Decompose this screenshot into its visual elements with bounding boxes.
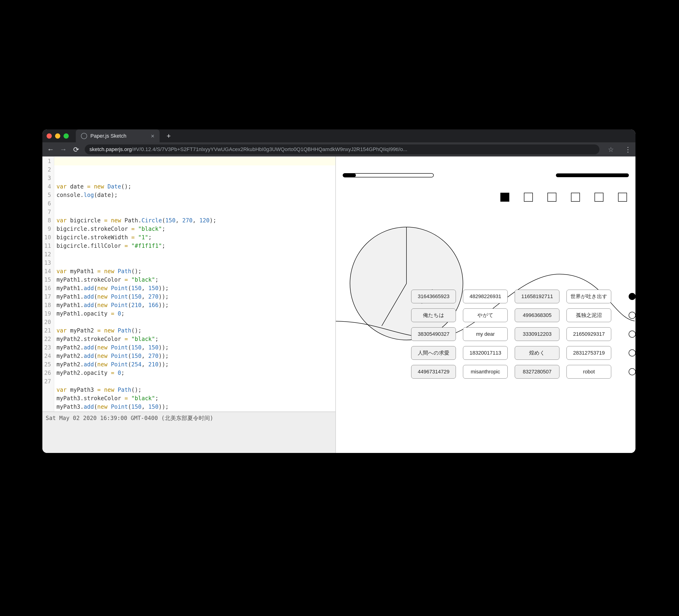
code-line[interactable]: myPath2.opacity = 0;	[57, 369, 333, 377]
code-line[interactable]: myPath3.strokeColor = "black";	[57, 394, 333, 402]
progress-bar-track	[343, 173, 433, 177]
code-line[interactable]: myPath1.strokeColor = "black";	[57, 275, 333, 284]
nav-square[interactable]	[595, 193, 603, 201]
code-line[interactable]: var date = new Date();	[57, 182, 333, 191]
code-line[interactable]	[57, 318, 333, 326]
line-number: 19	[44, 310, 51, 318]
code-line[interactable]: myPath3.add(new Point(150, 150));	[57, 402, 333, 411]
grid-cell[interactable]: 俺たちは	[411, 309, 456, 322]
window-maximize-button[interactable]	[64, 133, 69, 138]
grid-cell[interactable]: 8327280507	[515, 365, 559, 379]
back-button[interactable]: ←	[46, 145, 55, 154]
nav-squares	[500, 193, 635, 201]
line-number: 10	[44, 233, 51, 241]
row-indicator-circle[interactable]	[628, 293, 636, 300]
line-number: 14	[44, 267, 51, 275]
line-number: 25	[44, 360, 51, 369]
code-line[interactable]: bigcircle.strokeColor = "black";	[57, 225, 333, 233]
nav-square[interactable]	[524, 193, 532, 201]
console-output: Sat May 02 2020 16:39:00 GMT-0400 (北美东部夏…	[46, 415, 213, 421]
new-tab-button[interactable]: +	[167, 132, 171, 139]
code-line[interactable]: myPath2.strokeColor = "black";	[57, 335, 333, 343]
code-line[interactable]: myPath1.opacity = 0;	[57, 310, 333, 318]
grid-cell[interactable]: 48298226931	[463, 290, 508, 303]
line-number: 24	[44, 352, 51, 360]
grid-cell[interactable]: 38305490327	[411, 327, 456, 341]
code-line[interactable]	[57, 208, 333, 216]
code-line[interactable]: myPath2.add(new Point(150, 150));	[57, 343, 333, 352]
browser-menu-icon[interactable]: ⋮	[625, 145, 631, 154]
grid-cell[interactable]: misanthropic	[463, 365, 508, 379]
grid-cell[interactable]: 11658192711	[515, 290, 559, 303]
row-indicator-circle[interactable]	[628, 331, 636, 338]
window-minimize-button[interactable]	[55, 133, 60, 138]
line-number: 3	[44, 174, 51, 182]
line-number: 6	[44, 199, 51, 208]
code-editor[interactable]: 1234567891011121314151617181920212223242…	[42, 157, 335, 412]
line-number: 9	[44, 225, 51, 233]
code-line[interactable]: myPath2.add(new Point(254, 210));	[57, 360, 333, 369]
line-number: 4	[44, 182, 51, 191]
address-bar[interactable]: sketch.paperjs.org/#V/0.12.4/S/7V3Pb+S2F…	[85, 144, 600, 154]
line-number: 22	[44, 335, 51, 343]
browser-tab[interactable]: Paper.js Sketch ×	[76, 129, 160, 142]
code-line[interactable]: var myPath1 = new Path();	[57, 267, 333, 275]
line-number: 12	[44, 250, 51, 259]
grid-cell[interactable]: 4996368305	[515, 309, 559, 322]
line-number: 13	[44, 259, 51, 267]
nav-square[interactable]	[548, 193, 556, 201]
line-number: 27	[44, 377, 51, 386]
grid-cell[interactable]: robot	[567, 365, 611, 379]
line-number: 16	[44, 284, 51, 292]
bookmark-star-icon[interactable]: ☆	[608, 145, 614, 154]
reload-button[interactable]: ⟳	[72, 145, 80, 154]
grid-cell[interactable]: 人間への求愛	[411, 346, 456, 360]
code-line[interactable]: var myPath2 = new Path();	[57, 326, 333, 335]
code-line[interactable]	[57, 259, 333, 267]
code-line[interactable]	[57, 377, 333, 386]
row-indicator-circle[interactable]	[628, 349, 636, 356]
code-area[interactable]: var date = new Date();console.log(date);…	[54, 157, 335, 412]
line-number: 18	[44, 301, 51, 310]
nav-square[interactable]	[571, 193, 580, 201]
grid-cell[interactable]: 21650929317	[567, 327, 611, 341]
grid-cell[interactable]: 世界が吐き出す	[567, 290, 611, 303]
window-controls	[46, 133, 69, 138]
code-line[interactable]	[57, 199, 333, 208]
button-grid: 316436659234829822693111658192711世界が吐き出す…	[411, 290, 636, 379]
grid-cell[interactable]: my dear	[463, 327, 508, 341]
code-line[interactable]: var bigcircle = new Path.Circle(150, 270…	[57, 216, 333, 225]
browser-window: Paper.js Sketch × + ← → ⟳ sketch.paperjs…	[42, 129, 636, 453]
row-indicator-circle[interactable]	[628, 312, 636, 319]
code-line[interactable]: myPath1.add(new Point(210, 166));	[57, 301, 333, 310]
nav-square[interactable]	[618, 193, 627, 201]
grid-row: 316436659234829822693111658192711世界が吐き出す	[411, 290, 636, 303]
grid-cell[interactable]: やがて	[463, 309, 508, 322]
canvas-pane: 316436659234829822693111658192711世界が吐き出す…	[336, 157, 636, 453]
nav-square[interactable]	[500, 193, 509, 201]
console-panel[interactable]: Sat May 02 2020 16:39:00 GMT-0400 (北美东部夏…	[42, 412, 335, 453]
code-line[interactable]: var myPath3 = new Path();	[57, 386, 333, 394]
window-close-button[interactable]	[46, 133, 52, 138]
code-line[interactable]: console.log(date);	[57, 191, 333, 199]
code-line[interactable]: myPath2.add(new Point(150, 270));	[57, 352, 333, 360]
code-line[interactable]: bigcircle.fillColor = "#f1f1f1";	[57, 241, 333, 250]
tab-close-icon[interactable]: ×	[151, 133, 154, 139]
browser-toolbar: ← → ⟳ sketch.paperjs.org/#V/0.12.4/S/7V3…	[42, 142, 636, 157]
row-indicator-circle[interactable]	[628, 368, 636, 375]
code-line[interactable]: myPath1.add(new Point(150, 270));	[57, 292, 333, 301]
grid-cell[interactable]: 31643665923	[411, 290, 456, 303]
code-line[interactable]	[57, 250, 333, 259]
grid-cell[interactable]: 44967314729	[411, 365, 456, 379]
grid-row: 人間への求愛18320017113煌めく28312753719	[411, 346, 636, 360]
grid-cell[interactable]: 28312753719	[567, 346, 611, 360]
code-line[interactable]: myPath1.add(new Point(150, 150));	[57, 284, 333, 292]
grid-cell[interactable]: 孤独之泥沼	[567, 309, 611, 322]
line-number: 2	[44, 165, 51, 174]
grid-cell[interactable]: 煌めく	[515, 346, 559, 360]
left-pane: 1234567891011121314151617181920212223242…	[42, 157, 336, 453]
forward-button[interactable]: →	[59, 145, 67, 154]
grid-cell[interactable]: 18320017113	[463, 346, 508, 360]
code-line[interactable]: bigcircle.strokeWidth = "1";	[57, 233, 333, 241]
grid-cell[interactable]: 3330912203	[515, 327, 559, 341]
